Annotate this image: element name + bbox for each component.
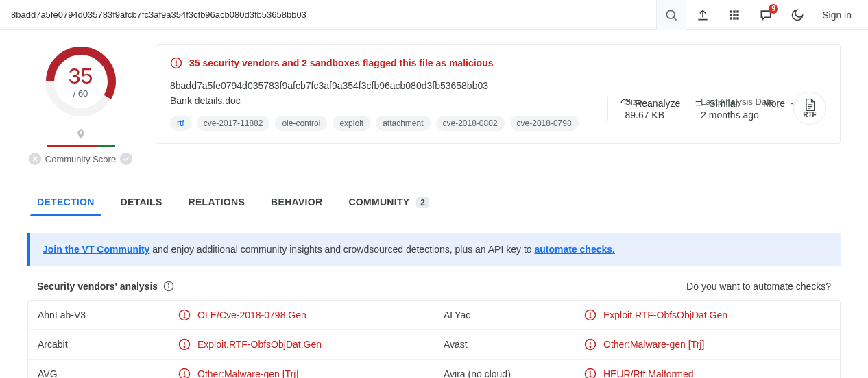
details-card: 35 security vendors and 2 sandboxes flag…: [156, 44, 841, 144]
tab-community-count: 2: [416, 197, 429, 208]
search-button[interactable]: [656, 0, 686, 30]
file-hash: 8badd7a5fe0794d035783f9afcb7fc3af9a354f3…: [170, 80, 591, 91]
vendor-detection: Exploit.RTF-ObfsObjDat.Gen: [178, 338, 322, 351]
tab-community[interactable]: COMMUNITY 2: [348, 188, 429, 216]
search-icon: [664, 8, 678, 22]
banner-text: and enjoy additional community insights …: [149, 244, 534, 255]
vendor-cell: ALYacExploit.RTF-ObfsObjDat.Gen: [434, 301, 840, 329]
svg-point-33: [590, 346, 591, 348]
alert-icon: [584, 309, 596, 321]
similar-button[interactable]: Similar: [694, 98, 749, 109]
card-actions: Reanalyze Similar More: [620, 98, 796, 109]
vendor-name: Avira (no cloud): [444, 368, 584, 378]
tag-rtf[interactable]: rtf: [170, 116, 191, 131]
more-button[interactable]: More: [763, 98, 796, 109]
upload-button[interactable]: [688, 0, 718, 30]
file-name: Bank details.doc: [170, 95, 591, 106]
vendors-table: AhnLab-V3OLE/Cve-2018-0798.GenALYacExplo…: [27, 300, 841, 378]
tabs: DETECTION DETAILS RELATIONS BEHAVIOR COM…: [27, 188, 841, 216]
vendor-detection: Other:Malware-gen [Trj]: [178, 368, 298, 378]
overview-section: 35 / 60 Community Score 35 security vend…: [27, 44, 841, 165]
alert-icon: [584, 338, 596, 351]
vendor-detection: Other:Malware-gen [Trj]: [584, 338, 704, 351]
tab-behavior[interactable]: BEHAVIOR: [271, 188, 322, 216]
community-score-label: Community Score: [45, 154, 116, 164]
chevron-down-icon: [741, 99, 749, 108]
table-row: ArcabitExploit.RTF-ObfsObjDat.GenAvastOt…: [28, 330, 840, 360]
tag-cve-2017-11882[interactable]: cve-2017-11882: [197, 116, 270, 131]
pin-icon: [75, 127, 86, 141]
tag-cve-2018-0798[interactable]: cve-2018-0798: [510, 116, 579, 131]
score-column: 35 / 60 Community Score: [27, 44, 134, 165]
vendor-name: Avast: [444, 339, 584, 350]
svg-point-27: [590, 317, 591, 318]
tab-community-label: COMMUNITY: [348, 197, 409, 207]
similar-icon: [694, 98, 705, 109]
topbar: 8badd7a5fe0794d035783f9afcb7fc3af9a354f3…: [0, 0, 868, 30]
more-label: More: [763, 98, 785, 109]
tag-cve-2018-0802[interactable]: cve-2018-0802: [436, 116, 505, 131]
vendor-name: ALYac: [444, 310, 584, 320]
apps-icon: [727, 8, 741, 22]
upload-icon: [696, 8, 710, 22]
svg-point-30: [184, 346, 185, 348]
flagged-summary: 35 security vendors and 2 sandboxes flag…: [189, 58, 494, 68]
automate-prompt[interactable]: Do you want to automate checks?: [686, 281, 831, 292]
warning-icon: [170, 57, 182, 69]
join-community-link[interactable]: Join the VT Community: [43, 244, 149, 255]
alert-icon: [584, 368, 596, 378]
vendors-title-text: Security vendors' analysis: [37, 281, 158, 292]
svg-rect-8: [730, 17, 732, 19]
topbar-hash: 8badd7a5fe0794d035783f9afcb7fc3af9a354f3…: [8, 10, 656, 20]
svg-rect-6: [734, 14, 736, 16]
svg-rect-10: [737, 17, 739, 19]
vendor-cell: ArcabitExploit.RTF-ObfsObjDat.Gen: [28, 330, 434, 359]
tab-details[interactable]: DETAILS: [121, 188, 162, 216]
tag-attachment[interactable]: attachment: [376, 116, 430, 131]
chevron-down-icon: [788, 99, 796, 108]
size-value: 89.67 KB: [625, 110, 664, 121]
page-container: 35 / 60 Community Score 35 security vend…: [0, 30, 868, 378]
svg-point-36: [184, 376, 185, 377]
topbar-actions: 9 Sign in: [656, 0, 860, 30]
svg-rect-5: [730, 14, 732, 16]
vendor-detection: HEUR/Rtf.Malformed: [584, 368, 693, 378]
svg-point-0: [667, 10, 675, 18]
tags-row: rtfcve-2017-11882ole-controlexploitattac…: [170, 116, 591, 131]
date-value: 2 months ago: [701, 110, 774, 121]
community-score-row: Community Score: [29, 153, 132, 165]
tag-exploit[interactable]: exploit: [333, 116, 370, 131]
reanalyze-label: Reanalyze: [635, 98, 680, 109]
notifications-button[interactable]: 9: [751, 0, 781, 30]
table-row: AhnLab-V3OLE/Cve-2018-0798.GenALYacExplo…: [28, 301, 840, 330]
detection-gauge: 35 / 60: [43, 44, 119, 119]
tab-relations[interactable]: RELATIONS: [189, 188, 245, 216]
similar-label: Similar: [709, 98, 738, 109]
info-icon[interactable]: [163, 281, 174, 292]
svg-point-39: [590, 376, 591, 377]
signin-link[interactable]: Sign in: [814, 10, 860, 21]
svg-rect-4: [737, 10, 739, 12]
moon-icon: [791, 8, 804, 22]
svg-point-15: [176, 65, 177, 66]
vendor-cell: AhnLab-V3OLE/Cve-2018-0798.Gen: [28, 301, 434, 329]
x-icon: [29, 153, 41, 165]
theme-button[interactable]: [782, 0, 812, 30]
alert-icon: [178, 309, 191, 321]
vendor-detection: Exploit.RTF-ObfsObjDat.Gen: [584, 309, 727, 321]
tag-ole-control[interactable]: ole-control: [275, 116, 327, 131]
vendor-cell: Avira (no cloud)HEUR/Rtf.Malformed: [434, 360, 840, 378]
tab-detection[interactable]: DETECTION: [37, 188, 95, 216]
vendors-header: Security vendors' analysis Do you want t…: [27, 281, 841, 292]
svg-line-1: [674, 17, 677, 20]
table-row: AVGOther:Malware-gen [Trj]Avira (no clou…: [28, 360, 840, 378]
community-banner: Join the VT Community and enjoy addition…: [27, 233, 841, 266]
vendor-cell: AvastOther:Malware-gen [Trj]: [434, 330, 840, 359]
apps-button[interactable]: [719, 0, 749, 30]
svg-rect-2: [730, 10, 732, 12]
file-icon: [803, 97, 817, 112]
vendor-detection: OLE/Cve-2018-0798.Gen: [178, 309, 306, 321]
automate-checks-link[interactable]: automate checks.: [534, 244, 615, 255]
reanalyze-button[interactable]: Reanalyze: [620, 98, 680, 109]
svg-rect-7: [737, 14, 739, 16]
